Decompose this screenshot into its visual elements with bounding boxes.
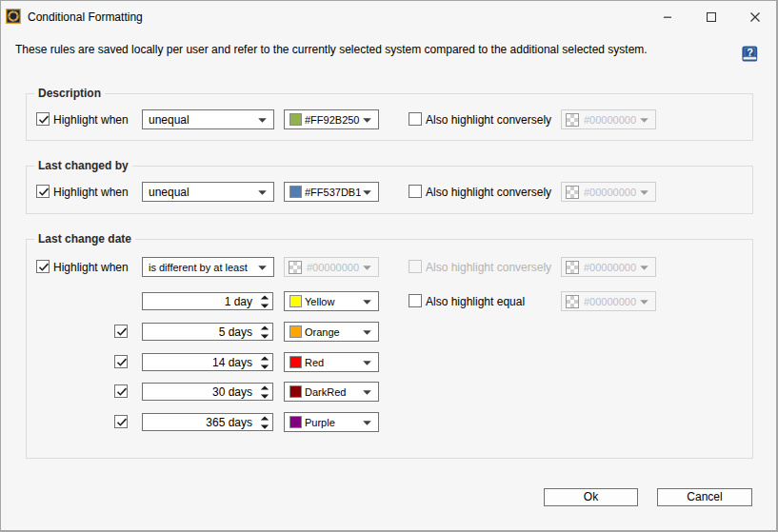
svg-text:?: ? [747,47,753,58]
